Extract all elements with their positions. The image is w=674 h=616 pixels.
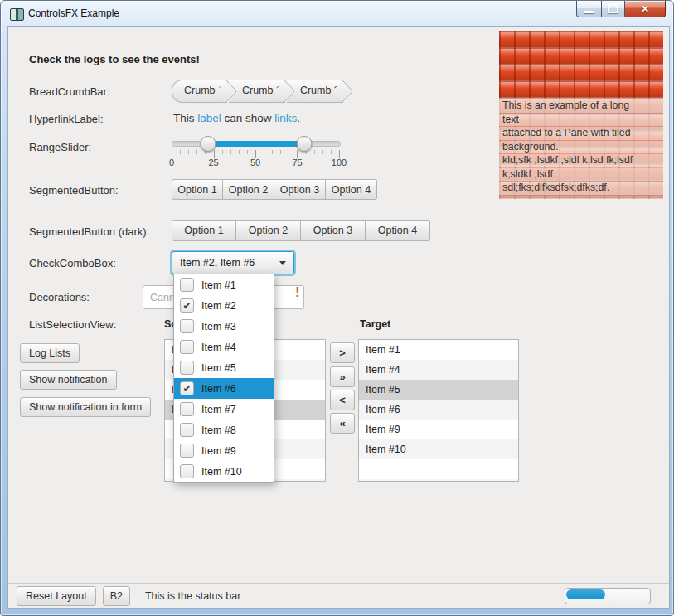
checkbox-unchecked-icon[interactable] <box>180 423 194 437</box>
dropdown-item[interactable]: Item #5 <box>174 357 274 378</box>
window-controls: ✕ <box>576 1 666 17</box>
dropdown-item-label: Item #4 <box>201 342 236 353</box>
app-icon[interactable] <box>10 8 24 21</box>
list-item[interactable]: Item #1 <box>359 340 518 360</box>
move-right-button[interactable]: > <box>330 342 355 363</box>
progress-fill <box>566 589 605 599</box>
move-all-left-button[interactable]: « <box>330 413 355 434</box>
dropdown-item[interactable]: ✔Item #2 <box>174 295 274 316</box>
close-icon: ✕ <box>641 3 649 15</box>
tiled-pane-line: text <box>499 114 663 127</box>
dropdown-item-label: Item #2 <box>201 300 236 312</box>
segmented-dark-option-3[interactable]: Option 3 <box>301 220 366 241</box>
dropdown-item[interactable]: Item #3 <box>174 316 274 337</box>
segmented-option-3[interactable]: Option 3 <box>274 179 326 200</box>
checkcombo-label: CheckComboBox: <box>29 257 116 269</box>
list-item[interactable]: Item #9 <box>359 420 518 439</box>
hyperlink-part: . <box>297 112 300 124</box>
range-slider-fill[interactable] <box>208 141 303 147</box>
list-item[interactable]: Item #4 <box>359 360 518 380</box>
segmented-dark-option-1[interactable]: Option 1 <box>172 220 236 241</box>
tiled-pane-line: k;sldkf ;lsdf <box>499 168 663 182</box>
range-slider-tick-labels: 0 25 50 75 100 <box>172 158 339 169</box>
dropdown-arrow-icon <box>279 261 286 265</box>
range-slider-low-thumb[interactable] <box>201 136 216 152</box>
error-icon: ! <box>295 284 300 301</box>
tick-label: 0 <box>169 158 174 167</box>
tick-label: 25 <box>208 158 218 167</box>
minimize-icon <box>584 11 594 13</box>
checkbox-unchecked-icon[interactable] <box>180 444 194 458</box>
segmented-dark-label: SegmentedButton (dark): <box>29 226 149 238</box>
dropdown-item[interactable]: Item #8 <box>174 420 274 440</box>
dropdown-item[interactable]: Item #7 <box>174 399 274 420</box>
dropdown-item-label: Item #10 <box>201 466 242 478</box>
segmented-dark-option-2[interactable]: Option 2 <box>236 220 301 241</box>
content-panel: Check the logs to see the events! BreadC… <box>7 26 670 609</box>
hyperlink-link-links[interactable]: links <box>274 112 297 124</box>
segmented-button-dark: Option 1 Option 2 Option 3 Option 4 <box>172 220 430 241</box>
tiled-pane-line: kld;sfk ;lsdkf ;sldf k;lsd fk;lsdf <box>499 154 663 167</box>
tiled-pane-line: background. <box>499 141 663 154</box>
dropdown-item-selected[interactable]: ✔Item #6 <box>174 378 274 399</box>
segmented-label: SegmentedButton: <box>29 184 119 196</box>
dropdown-item-label: Item #3 <box>201 321 236 332</box>
target-list[interactable]: Item #1 Item #4 Item #5 Item #6 Item #9 … <box>358 339 519 482</box>
target-title: Target <box>360 318 390 330</box>
dropdown-item[interactable]: Item #9 <box>174 440 274 461</box>
checkbox-checked-icon[interactable]: ✔ <box>180 381 194 395</box>
checkbox-unchecked-icon[interactable] <box>180 340 194 354</box>
log-lists-button[interactable]: Log Lists <box>20 343 80 363</box>
checkbox-checked-icon[interactable]: ✔ <box>180 298 194 313</box>
tiled-pane-line: sdl;fks;dlfksdfsk;dfks;df. <box>499 182 663 195</box>
breadcrumb-item-1[interactable]: Crumb 1 <box>172 80 227 103</box>
rangeslider-label: RangeSlider: <box>29 141 91 153</box>
move-all-right-button[interactable]: » <box>330 366 355 387</box>
list-item[interactable]: Item #6 <box>359 400 518 420</box>
checkbox-unchecked-icon[interactable] <box>180 361 194 375</box>
dropdown-item-label: Item #8 <box>201 424 236 436</box>
checkbox-unchecked-icon[interactable] <box>180 402 194 416</box>
list-item[interactable]: Item #10 <box>359 439 518 459</box>
checkbox-unchecked-icon[interactable] <box>180 278 194 292</box>
maximize-button[interactable] <box>602 1 625 17</box>
segmented-option-1[interactable]: Option 1 <box>172 179 223 200</box>
dropdown-item-label: Item #1 <box>201 279 236 291</box>
breadcrumb-item-3[interactable]: Crumb 3 <box>287 80 343 103</box>
check-combo-value: Item #2, Item #6 <box>180 257 255 269</box>
range-slider: 0 25 50 75 100 <box>172 136 339 171</box>
status-bar: Reset Layout B2 This is the status bar <box>8 583 669 608</box>
titlebar[interactable]: ControlsFX Example ✕ <box>1 1 673 26</box>
range-slider-high-thumb[interactable] <box>296 136 312 152</box>
status-divider <box>138 588 138 604</box>
dropdown-item[interactable]: Item #10 <box>174 461 274 482</box>
show-notification-form-button[interactable]: Show notification in form <box>20 397 151 417</box>
show-notification-button[interactable]: Show notification <box>20 370 117 390</box>
dropdown-item-label: Item #7 <box>201 404 236 415</box>
segmented-option-2[interactable]: Option 2 <box>223 179 274 200</box>
move-left-button[interactable]: < <box>330 390 355 410</box>
checkbox-unchecked-icon[interactable] <box>180 319 194 333</box>
segmented-dark-option-4[interactable]: Option 4 <box>366 220 430 241</box>
reset-layout-button[interactable]: Reset Layout <box>17 586 96 606</box>
check-combo-box[interactable]: Item #2, Item #6 <box>172 251 294 274</box>
checkbox-unchecked-icon[interactable] <box>180 464 194 478</box>
segmented-option-4[interactable]: Option 4 <box>326 179 377 200</box>
dropdown-item[interactable]: Item #1 <box>174 274 274 295</box>
checkmark-icon: ✔ <box>182 383 191 395</box>
breadcrumb-item-2[interactable]: Crumb 2 <box>229 80 285 103</box>
b2-button[interactable]: B2 <box>103 586 130 606</box>
close-button[interactable]: ✕ <box>625 1 666 17</box>
tiled-pane-line: This is an example of a long <box>499 99 663 113</box>
tiled-pane-text: This is an example of a long text attach… <box>499 98 663 199</box>
dropdown-item[interactable]: Item #4 <box>174 337 274 357</box>
dropdown-item-label: Item #5 <box>201 362 236 374</box>
list-item-selected[interactable]: Item #5 <box>359 380 518 400</box>
hyperlink-link-label[interactable]: label <box>197 112 221 124</box>
dropdown-item-label: Item #9 <box>201 445 236 457</box>
tiled-pane-line: attached to a Pane with tiled <box>499 127 663 140</box>
status-text: This is the status bar <box>145 590 240 602</box>
segmented-button: Option 1 Option 2 Option 3 Option 4 <box>172 179 377 200</box>
minimize-button[interactable] <box>576 1 602 17</box>
check-combo-dropdown: Item #1 ✔Item #2 Item #3 Item #4 Item #5… <box>173 274 274 483</box>
